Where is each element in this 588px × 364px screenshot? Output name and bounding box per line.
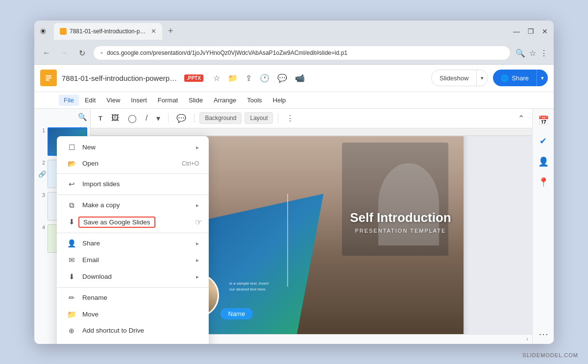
dd-item-rename[interactable]: ✏ Rename: [57, 290, 209, 306]
dd-sep-3: [57, 233, 209, 233]
dd-item-download[interactable]: ⬇ Download ▸: [57, 268, 209, 285]
dd-item-open[interactable]: 📂 Open Ctrl+O: [57, 156, 209, 171]
dd-item-copy[interactable]: ⧉ Make a copy ▸: [57, 197, 209, 214]
slideshow-button[interactable]: Slideshow ▾: [431, 70, 488, 86]
dd-label-open: Open: [82, 160, 98, 167]
menu-arrange[interactable]: Arrange: [209, 95, 241, 106]
dd-item-share[interactable]: 👤 Share ▸: [57, 235, 209, 252]
menu-edit[interactable]: Edit: [80, 95, 100, 106]
title-bar-left: ▼: [40, 28, 46, 34]
app-toolbar: 7881-01-self-introduction-powerpoi... .P…: [34, 65, 554, 92]
email-icon: ✉: [67, 256, 76, 265]
forward-btn[interactable]: →: [58, 47, 71, 59]
dropdown-overlay[interactable]: ☐ New ▸ 📂 Open Ctrl+O ↩ Import slides: [34, 109, 554, 344]
trash-icon: 🗑: [67, 342, 76, 344]
camera-icon[interactable]: 📹: [293, 72, 307, 85]
comment-icon[interactable]: 💬: [275, 72, 289, 85]
minimize-btn[interactable]: —: [513, 27, 520, 35]
menu-tools[interactable]: Tools: [242, 95, 267, 106]
dd-label-download: Download: [82, 273, 112, 280]
address-bar: ← → ↻ ⚬ docs.google.com/presentation/d/1…: [34, 42, 554, 65]
dd-item-import[interactable]: ↩ Import slides: [57, 176, 209, 193]
dd-item-save-google[interactable]: ⬇ Save as Google Slides ☞: [57, 214, 209, 231]
restore-btn[interactable]: ❐: [528, 27, 534, 35]
dd-item-move[interactable]: 📁 Move: [57, 306, 209, 323]
bookmark-btn[interactable]: ☆: [529, 49, 536, 58]
tab-close-btn[interactable]: ✕: [151, 27, 156, 35]
window-collapse-btn[interactable]: ▼: [40, 28, 46, 34]
dd-label-copy: Make a copy: [82, 201, 120, 209]
security-icon: ⚬: [99, 50, 104, 56]
folder-icon[interactable]: 📁: [226, 72, 240, 85]
menu-file[interactable]: File: [59, 95, 79, 106]
title-bar: ▼ 7881-01-self-introduction-pow... ✕ + —…: [34, 21, 554, 42]
cursor-pointer: ☞: [195, 218, 202, 227]
watermark: SLIDEMODEL.COM: [522, 352, 578, 358]
slideshow-dropdown-btn[interactable]: ▾: [477, 70, 488, 86]
file-dropdown-menu: ☐ New ▸ 📂 Open Ctrl+O ↩ Import slides: [57, 136, 209, 344]
share-button[interactable]: 🌐 Share ▾: [493, 70, 548, 86]
dd-label-save-google: Save as Google Slides: [78, 217, 155, 228]
dd-item-trash[interactable]: 🗑 Move to trash: [57, 339, 209, 344]
menu-slide[interactable]: Slide: [184, 95, 208, 106]
dd-label-email: Email: [82, 256, 99, 264]
back-btn[interactable]: ←: [40, 47, 53, 59]
dd-label-add-shortcut: Add shortcut to Drive: [82, 327, 144, 334]
download-arrow: ▸: [196, 273, 199, 280]
toolbar-icons: ☆ 📁 ⇪ 🕐 💬 📹: [211, 72, 307, 85]
reload-btn[interactable]: ↻: [75, 47, 88, 59]
share-main-btn[interactable]: 🌐 Share: [493, 70, 537, 86]
download-icon: ⬇: [67, 272, 76, 281]
open-icon: 📂: [67, 160, 76, 168]
dd-label-rename: Rename: [82, 294, 107, 301]
share-globe-icon: 🌐: [501, 74, 509, 82]
svg-rect-3: [46, 79, 49, 80]
open-shortcut: Ctrl+O: [182, 160, 199, 167]
url-bar[interactable]: ⚬ docs.google.com/presentation/d/1joJvYH…: [93, 46, 511, 60]
dd-sep-1: [57, 173, 209, 174]
dd-item-email[interactable]: ✉ Email ▸: [57, 252, 209, 268]
new-arrow: ▸: [196, 144, 199, 151]
dd-label-new: New: [82, 144, 96, 151]
new-icon: ☐: [67, 143, 76, 152]
rename-icon: ✏: [67, 293, 76, 302]
dd-item-add-shortcut[interactable]: ⊕ Add shortcut to Drive: [57, 323, 209, 339]
copy-arrow: ▸: [196, 202, 199, 209]
close-btn[interactable]: ✕: [542, 27, 548, 35]
move-icon: 📁: [67, 310, 76, 319]
add-shortcut-icon: ⊕: [67, 327, 76, 335]
main-content: 🔍 1 2 🔗 3: [34, 109, 554, 344]
dd-label-move: Move: [82, 311, 98, 318]
dd-item-new[interactable]: ☐ New ▸: [57, 139, 209, 156]
menu-format[interactable]: Format: [153, 95, 183, 106]
new-tab-btn[interactable]: +: [164, 26, 177, 36]
slideshow-main-btn[interactable]: Slideshow: [432, 70, 477, 86]
svg-rect-1: [46, 75, 51, 76]
dd-label-import: Import slides: [82, 180, 120, 188]
url-text: docs.google.com/presentation/d/1joJvYHno…: [107, 49, 347, 56]
zoom-btn[interactable]: 🔍: [515, 49, 525, 58]
share-dropdown-btn[interactable]: ▾: [537, 70, 548, 86]
share-label: Share: [512, 74, 529, 82]
menu-insert[interactable]: Insert: [126, 95, 152, 106]
tab-area: 7881-01-self-introduction-pow... ✕ +: [54, 23, 509, 40]
menu-view[interactable]: View: [101, 95, 125, 106]
more-btn[interactable]: ⋮: [540, 49, 548, 58]
tab-title: 7881-01-self-introduction-pow...: [70, 28, 148, 35]
svg-rect-2: [46, 77, 51, 78]
history-icon[interactable]: 🕐: [258, 72, 271, 85]
browser-window: ▼ 7881-01-self-introduction-pow... ✕ + —…: [34, 21, 554, 344]
import-icon: ↩: [67, 180, 76, 189]
cloud-icon[interactable]: ⇪: [244, 72, 254, 85]
window-controls: — ❐ ✕: [513, 27, 548, 35]
dd-label-trash: Move to trash: [82, 343, 122, 344]
menu-help[interactable]: Help: [268, 95, 291, 106]
tab-favicon: [60, 28, 67, 35]
dd-sep-2: [57, 194, 209, 195]
address-bar-actions: 🔍 ☆ ⋮: [515, 49, 548, 58]
pptx-badge: .PPTX: [184, 74, 203, 82]
star-icon[interactable]: ☆: [211, 72, 222, 85]
active-tab[interactable]: 7881-01-self-introduction-pow... ✕: [54, 23, 162, 40]
menu-bar: File Edit View Insert Format Slide Arran…: [34, 92, 554, 109]
email-arrow: ▸: [196, 257, 199, 264]
